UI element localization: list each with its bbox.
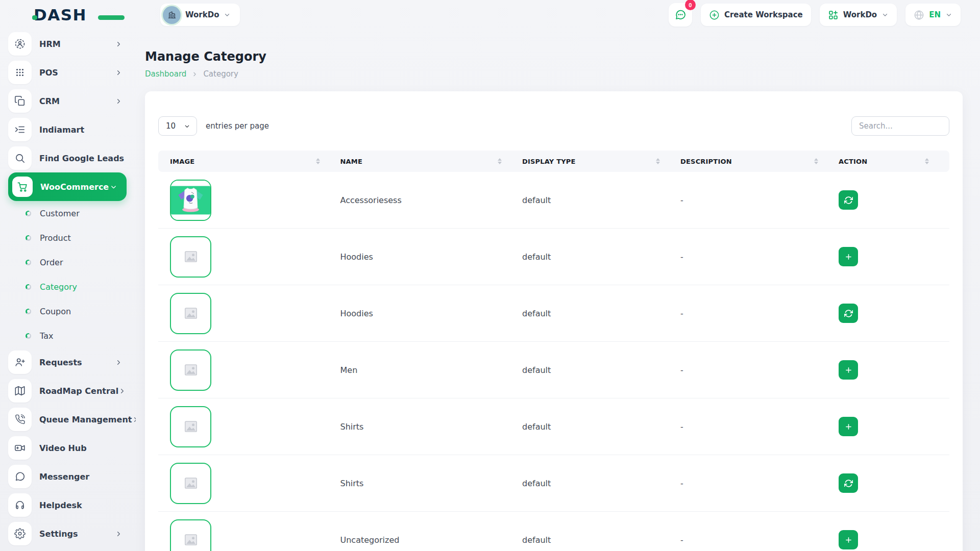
chat-bubble-icon xyxy=(8,465,32,488)
sidebar-item-label: CRM xyxy=(39,96,60,106)
action-cell xyxy=(839,190,949,210)
sidebar-item-label: Find Google Leads xyxy=(39,154,124,163)
sidebar-item-settings[interactable]: Settings xyxy=(8,519,136,548)
breadcrumb-separator-icon xyxy=(191,71,198,78)
action-refresh-button[interactable] xyxy=(839,304,858,323)
action-add-button[interactable] xyxy=(839,247,858,266)
header-actions: 0 Create Workspace WorkDo EN xyxy=(669,3,961,27)
chevron-right-icon xyxy=(118,387,126,395)
language-code: EN xyxy=(929,10,941,19)
page-size-value: 10 xyxy=(166,121,176,131)
chevron-right-icon xyxy=(115,359,122,366)
category-thumbnail xyxy=(170,463,211,504)
sidebar-subitem-product[interactable]: Product xyxy=(8,226,136,250)
plus-icon xyxy=(844,536,853,544)
bullet-icon xyxy=(26,284,31,290)
sidebar-item-pos[interactable]: POS xyxy=(8,58,136,87)
plus-icon xyxy=(844,366,853,374)
page-title: Manage Category xyxy=(145,49,980,64)
category-thumbnail xyxy=(170,349,211,391)
sidebar-item-crm[interactable]: CRM xyxy=(8,87,136,115)
workspace-selector[interactable]: WorkDo xyxy=(160,4,240,26)
action-add-button[interactable] xyxy=(839,530,858,549)
create-workspace-button[interactable]: Create Workspace xyxy=(701,4,811,26)
image-cell xyxy=(158,349,340,391)
display-type-cell: default xyxy=(522,535,680,545)
refresh-icon xyxy=(844,309,853,318)
display-type-cell: default xyxy=(522,365,680,375)
action-cell xyxy=(839,360,949,380)
sidebar-subitem-label: Order xyxy=(40,258,63,267)
description-cell: - xyxy=(680,309,839,318)
action-refresh-button[interactable] xyxy=(839,473,858,493)
sidebar-item-label: WooCommerce xyxy=(40,182,109,192)
chevron-right-icon xyxy=(115,69,122,77)
chevron-right-icon xyxy=(115,530,122,538)
column-header-image[interactable]: IMAGE xyxy=(158,158,340,165)
table-controls: 10 entries per page xyxy=(158,116,949,136)
breadcrumb-dashboard-link[interactable]: Dashboard xyxy=(145,69,186,79)
column-header-name[interactable]: NAME xyxy=(340,158,523,165)
sidebar-item-woocommerce[interactable]: WooCommerce xyxy=(8,172,127,201)
action-refresh-button[interactable] xyxy=(839,190,858,210)
workdo-menu-button[interactable]: WorkDo xyxy=(820,4,897,26)
sidebar-item-messenger[interactable]: Messenger xyxy=(8,462,136,491)
page-size-select[interactable]: 10 xyxy=(158,116,197,136)
description-cell: - xyxy=(680,422,839,432)
sidebar-subitem-category[interactable]: Category xyxy=(8,274,136,299)
sidebar-subitem-coupon[interactable]: Coupon xyxy=(8,299,136,323)
table-row: Shirts default - xyxy=(158,455,949,512)
sidebar-item-helpdesk[interactable]: Helpdesk xyxy=(8,491,136,519)
language-selector[interactable]: EN xyxy=(905,4,961,26)
workspace-avatar xyxy=(163,6,181,24)
messages-button[interactable]: 0 xyxy=(669,3,692,27)
brand-logo[interactable]: DASH xyxy=(34,6,110,24)
sidebar-subitem-tax[interactable]: Tax xyxy=(8,323,136,348)
image-cell xyxy=(158,293,340,334)
video-icon xyxy=(8,436,32,460)
category-thumbnail xyxy=(170,236,211,278)
sort-icon xyxy=(316,158,320,164)
globe-icon xyxy=(914,10,924,20)
chat-dots-icon xyxy=(674,9,687,21)
category-table-card: 10 entries per page IMAGE NAME DISPLAY T… xyxy=(145,91,963,551)
create-workspace-label: Create Workspace xyxy=(724,10,803,19)
table-row: Uncategorized default - xyxy=(158,512,949,551)
sidebar-subitem-customer[interactable]: Customer xyxy=(8,201,136,226)
sidebar-subitem-label: Customer xyxy=(40,209,80,218)
sidebar-item-roadmap-central[interactable]: RoadMap Central xyxy=(8,377,136,405)
sidebar-item-label: Queue Management xyxy=(39,415,132,424)
sidebar-subitem-order[interactable]: Order xyxy=(8,250,136,274)
action-add-button[interactable] xyxy=(839,360,858,380)
sidebar-item-queue-management[interactable]: Queue Management xyxy=(8,405,136,434)
display-type-cell: default xyxy=(522,479,680,488)
category-thumbnail xyxy=(170,180,211,221)
display-type-cell: default xyxy=(522,422,680,432)
sidebar-item-indiamart[interactable]: Indiamart xyxy=(8,115,136,144)
sidebar-item-hrm[interactable]: HRM xyxy=(8,30,136,58)
name-cell: Men xyxy=(340,365,523,375)
table-body: Accessoriesess default - Hoodies default… xyxy=(158,172,949,551)
search-input[interactable] xyxy=(851,116,949,136)
sidebar-item-video-hub[interactable]: Video Hub xyxy=(8,434,136,462)
action-add-button[interactable] xyxy=(839,417,858,436)
map-icon xyxy=(8,379,32,403)
sidebar-item-requests[interactable]: Requests xyxy=(8,348,136,377)
search-icon xyxy=(8,146,32,170)
sidebar-item-label: POS xyxy=(39,68,58,78)
image-cell xyxy=(158,180,340,221)
display-type-cell: default xyxy=(522,252,680,262)
column-header-action[interactable]: ACTION xyxy=(839,158,949,165)
action-cell xyxy=(839,304,949,323)
column-header-description[interactable]: DESCRIPTION xyxy=(680,158,839,165)
hrm-icon xyxy=(8,32,32,56)
sidebar-item-find-google-leads[interactable]: Find Google Leads xyxy=(8,144,136,172)
column-header-display-type[interactable]: DISPLAY TYPE xyxy=(522,158,680,165)
sidebar-subitem-label: Product xyxy=(40,233,71,243)
workdo-menu-label: WorkDo xyxy=(843,10,877,19)
category-table: IMAGE NAME DISPLAY TYPE DESCRIPTION ACTI… xyxy=(158,151,949,551)
name-cell: Shirts xyxy=(340,422,523,432)
name-cell: Hoodies xyxy=(340,309,523,318)
description-cell: - xyxy=(680,535,839,545)
bullet-icon xyxy=(26,309,31,314)
